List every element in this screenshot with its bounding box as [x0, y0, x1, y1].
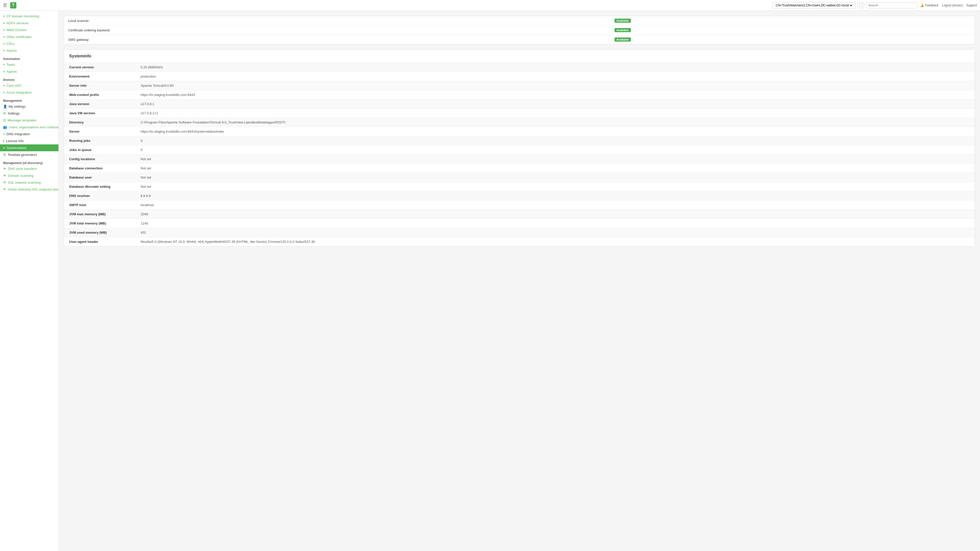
sidebar-item-dns-integration[interactable]: ≡ DNS integration	[0, 130, 59, 138]
sidebar-item-license-info[interactable]: ℹ License info	[0, 138, 59, 144]
info-row: Database dbcreate setting Not set	[64, 182, 975, 191]
sidebar-label: My settings	[9, 105, 25, 108]
info-row: Config locations Not set	[64, 155, 975, 164]
adfs-icon: ≡	[3, 21, 5, 25]
sidebar-item-azure-integration[interactable]: ≡ Azure integration	[0, 89, 59, 96]
info-value: Not set	[135, 155, 975, 164]
sidebar-item-tasks[interactable]: ≡ Tasks	[0, 61, 59, 68]
sidebar-item-dns-zone-transfers[interactable]: 👁 DNS zone transfers	[0, 165, 59, 172]
info-label: SMTP host	[64, 200, 135, 210]
info-label: Running jobs	[64, 136, 135, 145]
sidebar-item-adfs-services[interactable]: ≡ ADFS services	[0, 20, 59, 27]
info-row: Directory C:\Program Files\Apache Softwa…	[64, 118, 975, 127]
info-value: production	[135, 72, 975, 81]
info-label: DNS resolver	[64, 191, 135, 200]
service-row: Local scanner Available	[64, 16, 975, 25]
sidebar-item-mitid-erhverv[interactable]: ≡ MitID Erhverv	[0, 27, 59, 33]
sidebar-section-management-discovery: Management (of discovery)	[0, 159, 59, 165]
sidebar-item-testdata-generators[interactable]: ⚙ Testdata generators	[0, 151, 59, 158]
sidebar-item-domain-scanning[interactable]: 👁 Domain scanning	[0, 172, 59, 179]
service-status-cell: Available	[611, 35, 975, 44]
sidebar-item-alarms[interactable]: ≡ Alarms	[0, 47, 59, 54]
info-row: JVM total memory (MB) 1140	[64, 219, 975, 228]
info-label: Web-context prefix	[64, 90, 135, 100]
feedback-label: Feedback	[925, 3, 939, 7]
sidebar-item-other-certificates[interactable]: ≡ Other certificates	[0, 33, 59, 40]
info-label: Current version	[64, 63, 135, 72]
sidebar-label: MitID Erhverv	[6, 28, 27, 32]
sidebar-item-ssl-network-scanning[interactable]: 👁 SSL network scanning	[0, 179, 59, 186]
sidebar-section-management: Management	[0, 97, 59, 103]
info-row: Java version v17.0.8.1	[64, 100, 975, 109]
info-table: Current version 5.25.99993923 Environmen…	[64, 63, 975, 246]
systeminfo-card: Systeminfo Current version 5.25.99993923…	[64, 49, 975, 246]
info-value: localhost	[135, 200, 975, 210]
sidebar-item-active-directory-ssl[interactable]: 👁 Active Directory SSL endpoint discover…	[0, 186, 59, 193]
sidebar-item-cf-domain-monitoring[interactable]: ≡ CF domain monitoring	[0, 13, 59, 20]
sidebar-label: Settings	[8, 111, 20, 115]
sidebar-item-my-settings[interactable]: 👤 My settings	[0, 103, 59, 110]
status-badge: Available	[614, 28, 631, 32]
settings-icon: ⚙	[3, 111, 6, 115]
services-table: Local scanner Available Certificate orde…	[64, 16, 975, 44]
agents-icon: ≡	[3, 70, 5, 73]
systemstatus-icon: ≡	[3, 146, 5, 150]
info-value: v17.0.8.1+1	[135, 109, 975, 118]
info-row: Current version 5.25.99993923	[64, 63, 975, 72]
sidebar-label: DNS zone transfers	[8, 167, 37, 171]
info-row: Java VM version v17.0.8.1+1	[64, 109, 975, 118]
layout: ≡ CF domain monitoring ≡ ADFS services ≡…	[0, 11, 980, 551]
sidebar-label: Other certificates	[6, 35, 32, 39]
info-row: DNS resolver 8.8.8.8	[64, 191, 975, 200]
ssl-scanning-icon: 👁	[3, 181, 6, 184]
support-button[interactable]: Support	[966, 3, 977, 7]
search-box[interactable]	[866, 2, 917, 8]
info-label: Config locations	[64, 155, 135, 164]
services-card: Local scanner Available Certificate orde…	[64, 16, 975, 44]
info-label: JVM used memory (MB)	[64, 228, 135, 237]
service-status-cell: Available	[611, 16, 975, 25]
info-label: User-agent header	[64, 237, 135, 246]
license-icon: ℹ	[3, 139, 4, 143]
azure-icon: ≡	[3, 91, 5, 94]
info-value: 2048	[135, 210, 975, 219]
info-value: 0	[135, 136, 975, 145]
expand-icon[interactable]: ⛶	[858, 2, 864, 8]
message-templates-icon: ☰	[3, 118, 6, 122]
sidebar-section-automation: Automation	[0, 55, 59, 61]
domain-select-input[interactable]: CN=TrustViewUsers2,CN=Users,DC=adtest,DC…	[775, 3, 853, 7]
info-value: C:\Program Files\Apache Software Foundat…	[135, 118, 975, 127]
info-value: 1140	[135, 219, 975, 228]
info-row: Server https://tv-staging.trustskills.co…	[64, 127, 975, 136]
info-row: Running jobs 0	[64, 136, 975, 145]
feedback-button[interactable]: 🔔 Feedback	[920, 3, 939, 7]
sidebar-item-users-orgs[interactable]: 👥 Users, organizations and contacts	[0, 124, 59, 130]
search-input[interactable]	[869, 3, 915, 7]
sidebar-item-message-templates[interactable]: ☰ Message templates	[0, 117, 59, 124]
alarms-icon: ≡	[3, 49, 5, 52]
tasks-icon: ≡	[3, 63, 5, 67]
domain-selector[interactable]: CN=TrustViewUsers2,CN=Users,DC=adtest,DC…	[773, 2, 856, 9]
cf-domain-icon: ≡	[3, 14, 5, 18]
dns-zone-icon: 👁	[3, 167, 6, 171]
sidebar-label: Alarms	[6, 49, 17, 52]
crls-icon: ≡	[3, 42, 5, 46]
sidebar-item-citrix-adc[interactable]: ≡ Citrix ADC	[0, 82, 59, 89]
sidebar-label: Domain scanning	[8, 174, 33, 178]
info-value: https://tv-staging.trustskills.com:8443/…	[135, 127, 975, 136]
service-row: Certificate ordering backend Available	[64, 25, 975, 35]
sidebar-item-settings[interactable]: ⚙ Settings	[0, 110, 59, 117]
citrix-icon: ≡	[3, 84, 5, 87]
hamburger-icon[interactable]: ☰	[3, 3, 7, 8]
sidebar: ≡ CF domain monitoring ≡ ADFS services ≡…	[0, 11, 59, 551]
mitid-icon: ≡	[3, 28, 5, 32]
sidebar-item-systemstatus[interactable]: ≡ Systemstatus	[0, 144, 59, 151]
svg-text:T: T	[12, 3, 14, 7]
header-right: 🔔 Feedback Logout (tvuser) Support	[920, 3, 977, 7]
sidebar-item-crls[interactable]: ≡ CRLs	[0, 40, 59, 47]
info-value: https://tv-staging.trustskills.com:8443	[135, 90, 975, 100]
info-row: Database connection Not set	[64, 164, 975, 173]
sidebar-item-agents[interactable]: ≡ Agents	[0, 68, 59, 75]
logout-button[interactable]: Logout (tvuser)	[942, 3, 963, 7]
info-value: Not set	[135, 164, 975, 173]
